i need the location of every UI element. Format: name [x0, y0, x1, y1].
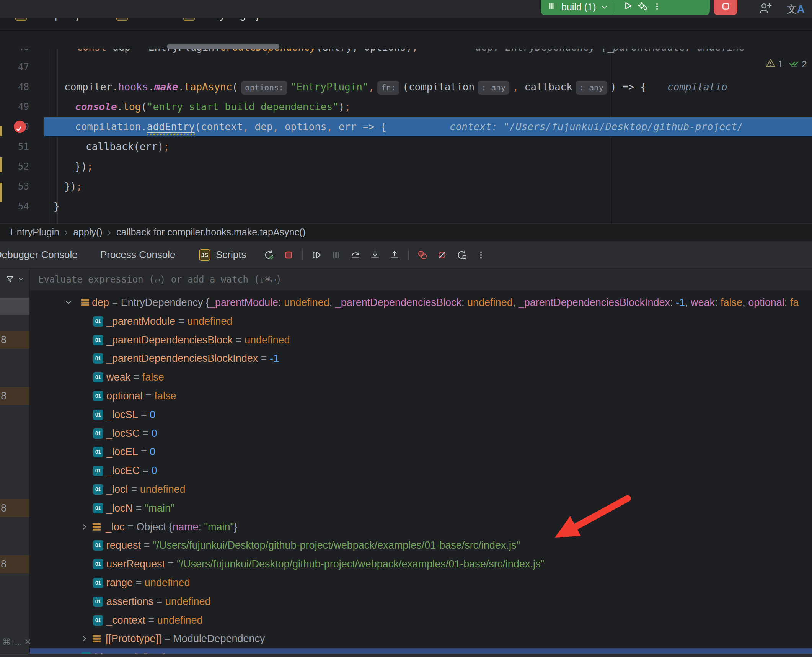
filter-button[interactable]: [0, 269, 30, 291]
chevron-down-icon[interactable]: [600, 3, 608, 13]
debug-toolbar: [263, 241, 487, 268]
breadcrumb[interactable]: EntryPlugin›apply()›callback for compile…: [0, 223, 812, 241]
step-into-icon[interactable]: [369, 249, 381, 261]
code-line-46[interactable]: 46const dep = EntryPlugin.createDependen…: [0, 49, 812, 57]
strip-breakpoint-row[interactable]: 8: [0, 555, 30, 573]
code-line-50[interactable]: 50compilation.addEntry(context, dep, opt…: [0, 117, 812, 137]
check-icon: [788, 57, 800, 71]
breakpoint-icon[interactable]: [14, 121, 26, 133]
variable-row[interactable]: 01_locN = "main": [30, 499, 812, 517]
more-icon[interactable]: [475, 249, 487, 261]
pause-icon[interactable]: [330, 249, 342, 261]
line-number[interactable]: 47: [0, 57, 29, 77]
code-token: }): [64, 181, 76, 192]
inspections-widget[interactable]: 1 2: [765, 57, 807, 71]
primitive-icon: 01: [93, 312, 103, 330]
variables-tree[interactable]: dep = EntryDependency {_parentModule: un…: [30, 290, 812, 657]
debug-tab-debugger-console[interactable]: Debugger Console: [0, 241, 78, 268]
line-number[interactable]: 53: [0, 177, 29, 196]
variable-row[interactable]: 01optional = false: [30, 387, 812, 405]
add-user-icon[interactable]: [758, 2, 772, 17]
run-icon[interactable]: [622, 0, 633, 13]
tab-label: Scripts: [216, 249, 246, 261]
rerun-task-icon[interactable]: [456, 249, 467, 261]
chevron-right-icon[interactable]: [80, 629, 89, 648]
chevron-down-icon[interactable]: [64, 293, 73, 312]
variable-row[interactable]: 01_context = undefined: [30, 611, 812, 629]
debug-settings-icon[interactable]: [638, 1, 648, 13]
stop-button[interactable]: [714, 0, 737, 15]
chevron-right-icon[interactable]: [80, 518, 89, 536]
js-file-icon: JS: [199, 249, 210, 261]
variable-row[interactable]: 01assertions = undefined: [30, 592, 812, 611]
code-line-52[interactable]: 52});: [0, 157, 812, 177]
code-line-48[interactable]: 48compiler.hooks.make.tapAsync(options:"…: [0, 77, 812, 97]
code-token: createDependency: [220, 49, 316, 53]
debug-tab-scripts[interactable]: JSScripts: [199, 241, 246, 268]
code-token: ): [339, 101, 345, 113]
evaluate-expression-input[interactable]: Evaluate expression (↵) or add a watch (…: [38, 269, 282, 291]
code-editor[interactable]: 46const dep = EntryPlugin.createDependen…: [0, 49, 812, 223]
line-number[interactable]: 46: [0, 49, 29, 57]
code-token: ;: [76, 181, 82, 192]
line-number[interactable]: 48: [0, 77, 29, 97]
view-breakpoints-icon[interactable]: [417, 249, 428, 261]
code-line-53[interactable]: 53});: [0, 177, 812, 196]
code-token: compiler.: [64, 81, 118, 93]
variable-row[interactable]: 01request = "/Users/fujunkui/Desktop/git…: [30, 536, 812, 554]
debug-tab-process-console[interactable]: Process Console: [100, 241, 176, 268]
strip-breakpoint-row[interactable]: 8: [0, 387, 30, 405]
strip-breakpoint-row[interactable]: 8: [0, 499, 30, 517]
main-toolbar: build (1) 文A: [0, 0, 812, 18]
variable-row[interactable]: 01userRequest = "/Users/fujunkui/Desktop…: [30, 555, 812, 573]
variable-row[interactable]: _loc = Object {name: "main"}: [30, 518, 812, 536]
variable-row[interactable]: 01_locI = undefined: [30, 480, 812, 498]
variable-row[interactable]: 01_parentDependenciesBlockIndex = -1: [30, 349, 812, 368]
more-icon[interactable]: [652, 2, 662, 13]
resume-icon[interactable]: [311, 249, 322, 261]
breadcrumb-item[interactable]: callback for compiler.hooks.make.tapAsyn…: [116, 227, 306, 238]
step-over-icon[interactable]: [350, 249, 361, 261]
line-number[interactable]: 51: [0, 137, 29, 157]
variable-row[interactable]: 01_parentModule = undefined: [30, 312, 812, 330]
code-line-49[interactable]: 49console.log("entry start build depende…: [0, 97, 812, 117]
breadcrumb-item[interactable]: apply(): [73, 227, 102, 238]
code-token: : any: [478, 81, 509, 95]
chevron-down-icon: [18, 276, 24, 284]
mute-breakpoints-icon[interactable]: [436, 249, 448, 261]
primitive-icon: 01: [93, 536, 103, 554]
variable-row[interactable]: dep = EntryDependency {_parentModule: un…: [30, 293, 812, 312]
code-line-47[interactable]: 47: [0, 57, 812, 77]
variable-row[interactable]: 01weak = false: [30, 368, 812, 386]
variable-text: weak = false: [106, 368, 164, 386]
code-token: (: [232, 81, 238, 93]
variable-row[interactable]: 01_locEC = 0: [30, 461, 812, 480]
variable-row[interactable]: 01_locEL = 0: [30, 443, 812, 461]
line-number[interactable]: 52: [0, 157, 29, 177]
line-number[interactable]: 49: [0, 97, 29, 117]
translate-icon[interactable]: 文A: [787, 2, 805, 16]
shortcut-hint: ⌘↑... ✕: [2, 637, 31, 647]
primitive-icon: 01: [93, 443, 103, 461]
step-out-icon[interactable]: [389, 249, 400, 261]
variable-row[interactable]: 01_parentDependenciesBlock = undefined: [30, 331, 812, 349]
variable-row[interactable]: 01_locSL = 0: [30, 405, 812, 424]
inline-debug-hint: dep: EntryDependency {_parentModule: und…: [475, 49, 745, 53]
breadcrumb-item[interactable]: EntryPlugin: [10, 227, 59, 238]
watch-row: Evaluate expression (↵) or add a watch (…: [0, 268, 812, 291]
rerun-icon[interactable]: [263, 249, 275, 261]
strip-selected-row[interactable]: [0, 298, 30, 315]
run-widget[interactable]: build (1): [541, 0, 710, 15]
strip-breakpoint-row[interactable]: 8: [0, 331, 30, 349]
line-number[interactable]: 54: [0, 196, 29, 216]
variable-row[interactable]: 01_locSC = 0: [30, 424, 812, 443]
code-token: ,: [273, 121, 279, 132]
variable-row[interactable]: [[Prototype]] = ModuleDependency: [30, 629, 812, 648]
variable-row[interactable]: 01range = undefined: [30, 574, 812, 592]
stop-icon[interactable]: [283, 249, 294, 261]
primitive-icon: 01: [93, 611, 103, 629]
primitive-icon: 01: [93, 574, 103, 592]
variable-text: request = "/Users/fujunkui/Desktop/githu…: [106, 536, 520, 554]
code-line-54[interactable]: 54}: [0, 196, 812, 216]
code-line-51[interactable]: 51callback(err);: [0, 137, 812, 157]
